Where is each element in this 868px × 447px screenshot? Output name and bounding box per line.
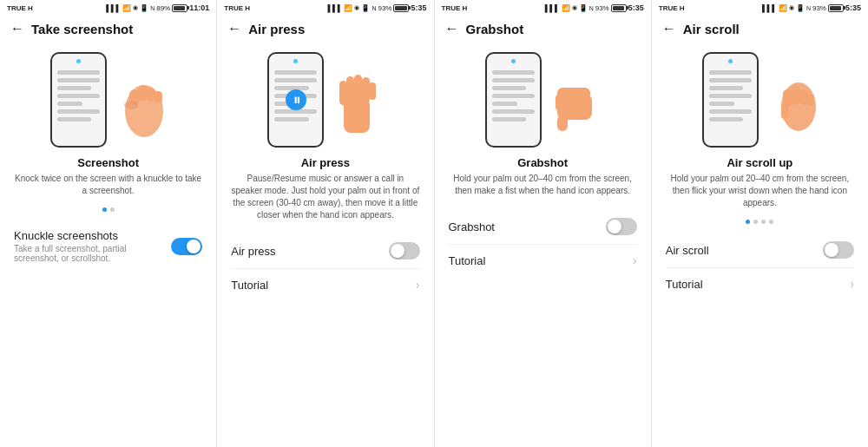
battery-text: 93% — [595, 4, 609, 12]
nfc-icon: N — [589, 5, 594, 11]
setting-row-0[interactable]: Air press — [217, 233, 433, 268]
bluetooth-icon: 📱 — [140, 4, 148, 12]
settings-section: Air scrollTutorial› — [652, 227, 868, 447]
illustration-area — [217, 43, 433, 156]
battery-text: 89% — [156, 4, 170, 12]
phone-mockup — [50, 52, 107, 148]
back-button[interactable]: ← — [445, 21, 459, 36]
wifi-icon: 📶 — [122, 4, 131, 12]
setting-row-0[interactable]: Air scroll — [652, 233, 868, 267]
feature-name: Air press — [217, 156, 433, 173]
svg-rect-20 — [807, 94, 814, 106]
toggle-switch[interactable] — [389, 242, 420, 260]
carrier-text: TRUE H — [659, 4, 685, 12]
gps-icon: ◉ — [789, 4, 794, 11]
carrier-text: TRUE H — [442, 4, 468, 12]
setting-sublabel: Take a full screenshot, partial screensh… — [14, 244, 171, 263]
setting-label: Tutorial — [231, 279, 268, 292]
setting-label-wrap: Grabshot — [449, 220, 495, 233]
feature-name: Screenshot — [0, 156, 216, 173]
svg-rect-3 — [147, 88, 155, 102]
gps-icon: ◉ — [572, 4, 577, 11]
status-icons: ▌▌▌ 📶 ◉ 📱 N 93% 5:35 — [545, 3, 644, 12]
wifi-icon: 📶 — [779, 4, 787, 12]
hand-gesture — [331, 63, 383, 145]
nfc-icon: N — [806, 5, 811, 11]
battery-icon — [611, 4, 627, 12]
illustration-area — [652, 43, 868, 156]
panel-title: Air scroll — [683, 22, 740, 36]
hand-gesture — [766, 63, 818, 145]
setting-row-0[interactable]: Grabshot — [435, 209, 651, 244]
svg-rect-10 — [362, 77, 370, 103]
page-dot-3 — [769, 220, 773, 224]
time-text: 5:35 — [628, 3, 644, 12]
setting-label: Tutorial — [449, 254, 486, 267]
wifi-icon: 📶 — [344, 4, 352, 12]
svg-rect-11 — [369, 82, 376, 100]
page-dot-1 — [753, 220, 758, 224]
setting-row-1[interactable]: Tutorial› — [435, 245, 651, 276]
phone-mockup — [267, 52, 324, 148]
feature-description: Pause/Resume music or answer a call in s… — [217, 173, 433, 228]
bluetooth-icon: 📱 — [361, 4, 370, 12]
battery-text: 93% — [378, 4, 391, 12]
time-text: 5:35 — [411, 3, 426, 12]
phone-mockup — [702, 52, 759, 148]
svg-rect-9 — [354, 75, 362, 104]
settings-section: GrabshotTutorial› — [435, 204, 651, 447]
panels-container: TRUE H ▌▌▌ 📶 ◉ 📱 N 89% 11:01 ←Take scree… — [0, 0, 868, 447]
panel-title: Grabshot — [466, 22, 524, 36]
page-dots — [652, 216, 868, 227]
toggle-knob — [391, 244, 404, 258]
panel-title: Air press — [248, 22, 305, 36]
toggle-switch[interactable] — [171, 238, 202, 255]
page-dot-0 — [102, 207, 107, 212]
svg-point-5 — [124, 101, 138, 109]
time-text: 11:01 — [189, 3, 209, 12]
battery-icon — [172, 4, 187, 12]
carrier-text: TRUE H — [7, 4, 33, 12]
setting-label-wrap: Tutorial — [449, 254, 486, 267]
feature-name: Air scroll up — [652, 156, 868, 173]
back-button[interactable]: ← — [662, 21, 676, 36]
bluetooth-icon: 📱 — [796, 4, 805, 12]
svg-rect-14 — [557, 115, 568, 131]
chevron-icon: › — [633, 253, 637, 267]
setting-row-0[interactable]: Knuckle screenshotsTake a full screensho… — [0, 220, 216, 272]
page-dots — [0, 204, 216, 215]
nfc-icon: N — [150, 5, 155, 11]
illustration-area — [435, 43, 651, 156]
bluetooth-icon: 📱 — [579, 4, 588, 12]
panel-header: ←Air press — [217, 16, 433, 43]
hand-gesture — [549, 63, 601, 145]
hand-svg — [766, 63, 818, 141]
feature-name: Grabshot — [435, 156, 651, 173]
svg-rect-19 — [800, 89, 808, 105]
toggle-switch[interactable] — [606, 218, 637, 235]
carrier-text: TRUE H — [224, 4, 250, 12]
setting-label-wrap: Tutorial — [666, 278, 703, 291]
svg-rect-7 — [339, 81, 347, 105]
panel-grabshot: TRUE H ▌▌▌ 📶 ◉ 📱 N 93% 5:35 ←Grabshot Gr… — [435, 0, 652, 447]
status-bar: TRUE H ▌▌▌ 📶 ◉ 📱 N 89% 11:01 — [0, 0, 216, 16]
back-button[interactable]: ← — [227, 21, 241, 36]
svg-rect-18 — [792, 86, 800, 105]
phone-mockup — [485, 52, 542, 148]
setting-row-1[interactable]: Tutorial› — [652, 268, 868, 299]
page-dot-1 — [110, 207, 115, 212]
status-bar: TRUE H ▌▌▌ 📶 ◉ 📱 N 93% 5:35 — [217, 0, 433, 16]
back-button[interactable]: ← — [10, 21, 24, 36]
signal-icon: ▌▌▌ — [327, 4, 342, 12]
battery-text: 93% — [812, 4, 826, 12]
setting-label: Grabshot — [449, 220, 495, 233]
illustration-area — [0, 43, 216, 156]
setting-label-wrap: Air press — [231, 245, 275, 258]
gps-icon: ◉ — [133, 4, 138, 11]
play-button — [286, 89, 306, 110]
panel-air-scroll: TRUE H ▌▌▌ 📶 ◉ 📱 N 93% 5:35 ←Air scroll … — [652, 0, 868, 447]
svg-rect-4 — [155, 91, 162, 103]
setting-row-1[interactable]: Tutorial› — [217, 269, 433, 300]
signal-icon: ▌▌▌ — [545, 4, 560, 12]
toggle-switch[interactable] — [823, 241, 854, 259]
